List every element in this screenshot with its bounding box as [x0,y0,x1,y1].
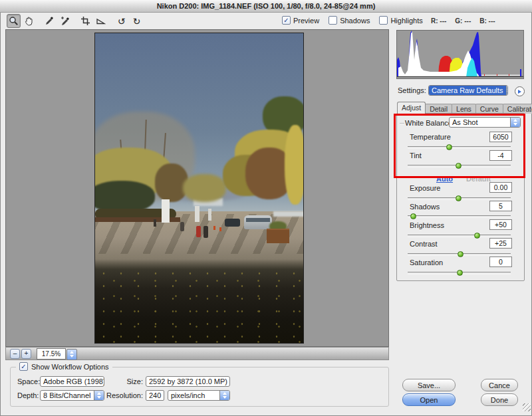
stepper-icon[interactable] [510,118,520,127]
resolution-input[interactable]: 240 [146,390,164,401]
rotate-right-button[interactable]: ↻ [130,14,144,28]
preview-label: Preview [293,17,319,25]
shadows-checkbox[interactable] [329,16,337,25]
contrast-slider-thumb[interactable] [458,251,464,257]
white-balance-tool-button[interactable] [43,14,57,28]
brightness-value[interactable]: +50 [489,219,512,230]
contrast-label: Contrast [410,240,438,248]
zoom-level-field[interactable]: 17.5% [37,348,66,360]
photo-preview[interactable] [94,33,304,344]
space-dropdown[interactable]: Adobe RGB (1998) [40,376,104,387]
histogram-plot [397,31,523,78]
image-canvas[interactable] [5,29,389,347]
highlights-checkbox[interactable] [379,16,388,25]
stepper-icon[interactable] [506,86,508,95]
title-bar[interactable]: Nikon D200: IMG_1184.NEF (ISO 100, 1/80,… [0,0,532,13]
zoom-tool-button[interactable] [7,14,21,28]
tint-value[interactable]: -4 [489,150,512,161]
temperature-value[interactable]: 6050 [489,132,512,142]
blue-readout: B: --- [479,17,495,25]
straighten-tool-button[interactable] [94,14,108,28]
zoom-out-button[interactable]: – [10,349,20,359]
highlights-checkbox-group[interactable]: Highlights [379,16,422,25]
shadows-value[interactable]: 5 [489,201,512,211]
panel-tabs: Adjust Detail Lens Curve Calibrate [397,102,532,114]
resolution-unit-dropdown[interactable]: pixels/inch [168,390,230,401]
white-balance-label: White Balance: [405,119,454,127]
pedestrian-red-jacket [196,226,201,237]
right-bright-foliage [285,125,304,205]
exposure-value[interactable]: 0.00 [489,182,512,193]
check-icon: ✓ [283,17,289,24]
rotate-cw-icon: ↻ [133,17,141,26]
temperature-slider[interactable] [408,146,511,149]
shadows-checkbox-group[interactable]: Shadows [329,16,370,25]
resolution-label: Resolution: [104,391,143,399]
brightness-slider[interactable] [408,235,511,237]
crop-icon [80,16,90,26]
tab-curve[interactable]: Curve [475,104,503,114]
shadows-slider-label: Shadows [410,203,440,211]
highlights-label: Highlights [390,17,422,25]
eyedropper-plus-icon [60,16,70,26]
eyedropper-icon [45,16,55,26]
shadows-slider[interactable] [408,215,511,218]
done-button[interactable]: Done [481,393,518,406]
stepper-icon[interactable] [94,391,104,400]
shadows-slider-thumb[interactable] [410,213,416,219]
brightness-slider-thumb[interactable] [474,233,480,239]
depth-dropdown[interactable]: 8 Bits/Channel [40,390,104,401]
hand-icon [24,16,34,26]
workflow-options-group: ✓ Show Workflow Options Space: Adobe RGB… [10,367,389,407]
exposure-label: Exposure [410,184,440,192]
crop-tool-button[interactable] [78,14,92,28]
hand-tool-button[interactable] [22,14,36,28]
magnifier-icon [9,16,19,26]
settings-row: Settings: Camera Raw Defaults [398,85,528,97]
preview-checkbox-group[interactable]: ✓ Preview [282,16,319,25]
tab-lens[interactable]: Lens [452,104,476,114]
tint-label: Tint [410,152,422,159]
tool-group: ↺ ↻ [7,14,144,28]
saturation-slider[interactable] [408,272,511,274]
settings-menu-button[interactable] [515,86,525,96]
preview-checkbox[interactable]: ✓ [282,16,291,25]
temperature-slider-thumb[interactable] [446,144,452,150]
camera-raw-dialog: Nikon D200: IMG_1184.NEF (ISO 100, 1/80,… [0,0,532,416]
zoom-in-button[interactable]: + [21,349,31,359]
brightness-label: Brightness [410,221,444,229]
contrast-value[interactable]: +25 [489,238,512,249]
white-balance-dropdown[interactable]: As Shot [449,117,521,128]
resolution-unit-value: pixels/inch [168,391,207,399]
color-sampler-tool-button[interactable] [58,14,72,28]
tab-calibrate[interactable]: Calibrate [503,104,532,114]
auto-link[interactable]: Auto [436,175,453,183]
zoom-level-stepper[interactable] [66,349,77,359]
show-workflow-checkbox[interactable]: ✓ [19,362,28,371]
settings-dropdown[interactable]: Camera Raw Defaults [428,85,508,96]
tint-slider-thumb[interactable] [456,163,462,169]
saturation-value[interactable]: 0 [489,257,512,267]
show-workflow-label: Show Workflow Options [31,363,109,371]
open-button[interactable]: Open [402,393,456,406]
left-dark-bush [94,181,155,213]
contrast-slider[interactable] [408,253,511,256]
default-link: Default [466,175,491,183]
tint-slider[interactable] [408,165,511,167]
cancel-button[interactable]: Cance [481,379,518,391]
exposure-slider[interactable] [408,197,511,200]
white-balance-value: As Shot [450,118,481,126]
save-button[interactable]: Save... [402,379,456,391]
rotate-left-button[interactable]: ↺ [114,14,128,28]
space-value: Adobe RGB (1998) [41,377,104,385]
saturation-slider-thumb[interactable] [457,270,463,276]
tab-detail[interactable]: Detail [425,104,452,114]
rotate-ccw-icon: ↺ [118,17,126,26]
stepper-icon[interactable] [219,391,229,400]
settings-label: Settings: [398,86,426,94]
size-dropdown[interactable]: 2592 by 3872 (10.0 MP) [146,376,230,387]
resize-grip[interactable] [523,403,531,411]
tab-adjust[interactable]: Adjust [397,102,426,114]
pedestrian [180,222,184,231]
exposure-slider-thumb[interactable] [456,195,462,201]
